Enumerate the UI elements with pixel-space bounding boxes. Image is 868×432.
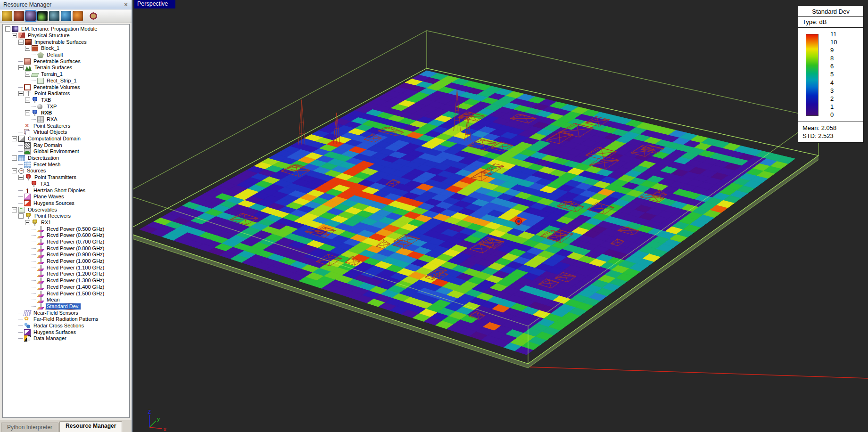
tree-item-label[interactable]: Rcvd Power (0.800 GHz) [46,245,105,252]
tree-item-label[interactable]: Plane Waves [33,194,65,200]
tree-item-rcvd-power-0-900-ghz[interactable]: Rcvd Power (0.900 GHz) [32,252,129,258]
tree-item-label[interactable]: Rcvd Power (1.100 GHz) [46,265,105,271]
expander-minus-icon[interactable] [12,136,17,141]
tree-item-label[interactable]: EM.Terrano: Propagation Module [20,26,98,32]
tree-item-label[interactable]: Data Manager [33,335,67,342]
tree-item-point-transmitters[interactable]: Point Transmitters [18,174,129,181]
expander-minus-icon[interactable] [12,155,17,161]
tree-item-point-radiators[interactable]: Point Radiators [18,90,129,97]
tree-item-rcvd-power-1-000-ghz[interactable]: Rcvd Power (1.000 GHz) [32,258,129,265]
tab-perspective[interactable]: Perspective [134,0,175,8]
expander-minus-icon[interactable] [18,91,24,96]
tree-item-label[interactable]: Rcvd Power (1.300 GHz) [46,277,105,284]
tree-item-rcvd-power-0-600-ghz[interactable]: Rcvd Power (0.600 GHz) [32,232,129,239]
tree-item-rcvd-power-1-200-ghz[interactable]: Rcvd Power (1.200 GHz) [32,271,129,277]
tree-item-label[interactable]: RX1 [40,220,52,226]
expander-minus-icon[interactable] [25,98,30,103]
tree-item-rcvd-power-0-500-ghz[interactable]: Rcvd Power (0.500 GHz) [32,226,129,232]
expander-minus-icon[interactable] [5,26,10,32]
tree-item-rx1[interactable]: RX1 [25,220,129,226]
tree-item-rcvd-power-1-300-ghz[interactable]: Rcvd Power (1.300 GHz) [32,277,129,284]
tree-item-label[interactable]: Impenetrable Surfaces [33,39,88,45]
expander-minus-icon[interactable] [18,213,24,219]
tree-item-penetrable-surfaces[interactable]: Penetrable Surfaces [18,58,129,65]
illumina-module-icon[interactable] [61,11,71,21]
tree-item-huygens-sources[interactable]: Huygens Sources [18,200,129,207]
tree-item-label[interactable]: Rcvd Power (0.700 GHz) [46,239,105,245]
tree-item-label[interactable]: TX1 [39,181,50,187]
tree-item-label[interactable]: Computational Domain [27,136,82,142]
libera-module-icon[interactable] [37,11,48,21]
tree-item-penetrable-volumes[interactable]: Penetrable Volumes [18,84,129,90]
tree-item-label[interactable]: Point Transmitters [33,174,77,180]
expander-minus-icon[interactable] [12,168,17,173]
scene-canvas[interactable] [133,0,868,432]
tree-item-label[interactable]: Terrain_1 [40,71,64,77]
tree-item-label[interactable]: Hertzian Short Dipoles [33,187,86,194]
tree-item-mean[interactable]: Mean [32,297,129,303]
expander-minus-icon[interactable] [25,110,30,115]
tree-item-plane-waves[interactable]: Plane Waves [18,194,129,200]
expander-minus-icon[interactable] [25,220,30,225]
expander-minus-icon[interactable] [18,65,24,70]
tree-item-label[interactable]: Ray Domain [33,142,63,148]
tree-item-radar-cross-sections[interactable]: Radar Cross Sections [18,323,129,329]
tree-item-label[interactable]: RXA [46,116,58,122]
tree-item-label[interactable]: TXP [46,104,58,110]
tree-item-label[interactable]: Rcvd Power (1.200 GHz) [46,271,105,277]
tree-item-rect-strip-1[interactable]: Rect_Strip_1 [32,78,129,84]
tree-item-label[interactable]: Sources [26,168,47,174]
tree-item-point-receivers[interactable]: Point Receivers [18,213,129,220]
tree-item-rcvd-power-1-400-ghz[interactable]: Rcvd Power (1.400 GHz) [32,284,129,291]
tree-item-label[interactable]: RXB [40,110,53,116]
tree-item-default[interactable]: Default [32,52,129,58]
tree-item-label[interactable]: Rcvd Power (1.000 GHz) [46,258,105,264]
tree-item-point-scatterers[interactable]: Point Scatterers [18,122,129,129]
picasso-module-icon[interactable] [49,11,59,21]
tree-item-huygens-surfaces[interactable]: Huygens Surfaces [18,329,129,335]
tree-item-label[interactable]: Penetrable Volumes [33,84,81,90]
close-icon[interactable]: × [122,1,130,8]
ferma-module-icon[interactable] [73,11,83,21]
tree-item-label[interactable]: Radar Cross Sections [33,323,85,329]
tree-item-far-field-radiation-patterns[interactable]: Far-Field Radiation Patterns [18,316,129,323]
tree-item-rcvd-power-0-800-ghz[interactable]: Rcvd Power (0.800 GHz) [32,245,129,252]
tree-item-rcvd-power-1-100-ghz[interactable]: Rcvd Power (1.100 GHz) [32,264,129,271]
tree-item-label[interactable]: Huygens Surfaces [33,329,77,335]
tab-resource-manager[interactable]: Resource Manager [59,421,122,432]
tree-item-rcvd-power-0-700-ghz[interactable]: Rcvd Power (0.700 GHz) [32,239,129,245]
tree-item-label[interactable]: Rcvd Power (1.500 GHz) [46,291,105,297]
tempo-module-icon[interactable] [14,11,24,21]
tree-item-terrain-1[interactable]: Terrain_1 [25,71,129,78]
tree-item-label[interactable]: Discretization [27,155,60,161]
tree-item-tx1[interactable]: TX1 [25,181,129,187]
tree-item-hertzian-short-dipoles[interactable]: Hertzian Short Dipoles [18,187,129,194]
tree-item-facet-mesh[interactable]: Facet Mesh [18,161,129,168]
tree-item-ray-domain[interactable]: Ray Domain [18,142,129,148]
tree-item-data-manager[interactable]: Data Manager [18,335,129,342]
tree-item-label[interactable]: Point Scatterers [33,123,71,129]
expander-minus-icon[interactable] [25,72,30,77]
tree-item-observables[interactable]: Observables [12,206,129,213]
tree-item-txb[interactable]: TXB [25,97,129,104]
tree-item-label[interactable]: TXB [40,97,52,103]
tree-item-label[interactable]: Near-Field Sensors [33,310,79,316]
tab-python-interpreter[interactable]: Python Interpreter [1,423,58,432]
tree-item-block-1[interactable]: Block_1 [25,45,129,52]
tree-item-sources[interactable]: Sources [12,168,129,174]
tree-item-label[interactable]: Penetrable Surfaces [33,58,82,65]
expander-minus-icon[interactable] [12,33,17,38]
tree-item-label[interactable]: Virtual Objects [33,129,68,135]
tree-item-label[interactable]: Standard Dev. [46,303,81,310]
tree-item-label[interactable]: Rcvd Power (1.400 GHz) [46,284,105,290]
expander-minus-icon[interactable] [25,46,30,51]
terano-module-icon[interactable] [25,11,36,21]
tree-item-label[interactable]: Physical Structure [27,33,71,39]
tree-item-label[interactable]: Huygens Sources [33,200,75,206]
tree-item-physical-structure[interactable]: Physical Structure [12,33,129,39]
tree-item-label[interactable]: Rcvd Power (0.900 GHz) [46,252,105,258]
tree-item-computational-domain[interactable]: Computational Domain [12,136,129,142]
tree-item-label[interactable]: Rcvd Power (0.500 GHz) [46,226,105,232]
tree-item-global-environment[interactable]: Global Environment [18,148,129,155]
tree-item-label[interactable]: Rcvd Power (0.600 GHz) [46,232,105,238]
